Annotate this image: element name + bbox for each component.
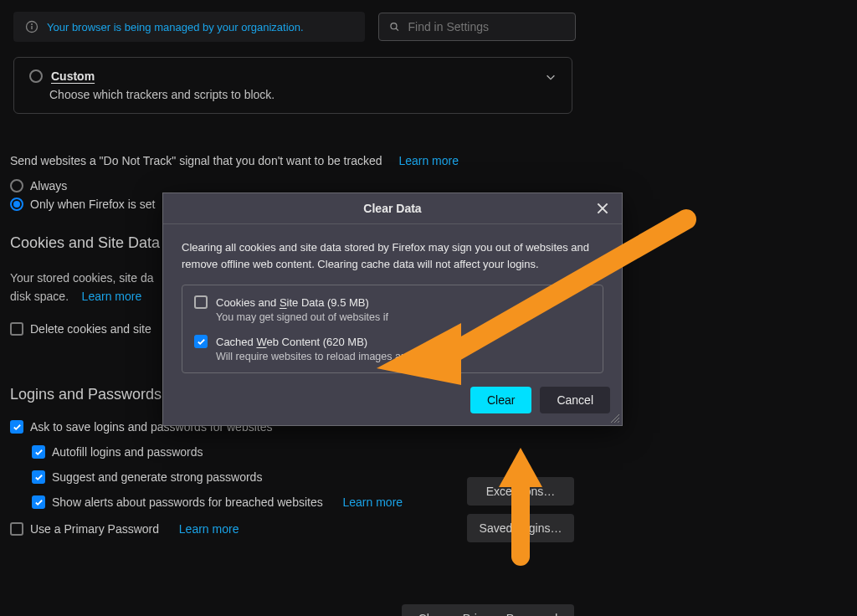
custom-desc: Choose which trackers and scripts to blo… xyxy=(49,88,557,101)
search-input-wrapper[interactable] xyxy=(378,13,576,41)
option-cache: Cached Web Content (620 MB) Will require… xyxy=(194,335,591,362)
cookies-desc-a: Your stored cookies, site da xyxy=(10,271,153,285)
opt2-sub: Will require websites to reload images a… xyxy=(216,351,591,362)
close-icon[interactable] xyxy=(595,201,610,216)
cb-autofill[interactable] xyxy=(32,445,45,459)
exceptions-button[interactable]: Exceptions… xyxy=(467,477,574,506)
opt2-label: Cached Web Content (620 MB) xyxy=(216,336,367,348)
svg-point-3 xyxy=(391,23,397,29)
cb-ask-save-logins[interactable] xyxy=(10,420,23,434)
resize-grip-icon[interactable] xyxy=(608,412,620,424)
custom-label: Custom xyxy=(51,69,95,83)
dialog-paragraph: Clearing all cookies and site data store… xyxy=(182,239,603,273)
radio-custom[interactable] xyxy=(29,69,43,83)
change-primary-password-button[interactable]: Change Primary Password xyxy=(402,604,574,616)
cb-clear-cookies[interactable] xyxy=(194,295,208,309)
autofill-label: Autofill logins and passwords xyxy=(52,445,203,459)
delete-cookies-label: Delete cookies and site xyxy=(30,322,151,336)
opt1-sub: You may get signed out of websites if xyxy=(216,311,591,323)
cancel-button[interactable]: Cancel xyxy=(540,387,610,413)
clear-label: Clear xyxy=(487,393,515,407)
svg-line-9 xyxy=(618,421,619,423)
cancel-label: Cancel xyxy=(557,393,593,407)
cb-suggest[interactable] xyxy=(32,470,45,484)
cookies-desc-b: disk space. xyxy=(10,290,69,303)
svg-rect-2 xyxy=(31,26,32,29)
option-cookies: Cookies and Site Data (9.5 MB) You may g… xyxy=(194,295,591,323)
primary-label: Use a Primary Password xyxy=(30,522,159,536)
saved-logins-button[interactable]: Saved Logins… xyxy=(467,514,574,542)
chevron-down-icon[interactable] xyxy=(545,71,557,83)
search-input[interactable] xyxy=(408,20,566,33)
dnt-always-label: Always xyxy=(30,179,67,192)
dnt-text: Send websites a "Do Not Track" signal th… xyxy=(10,154,382,167)
radio-dnt-always[interactable] xyxy=(10,179,23,192)
cb-delete-cookies[interactable] xyxy=(10,322,23,336)
saved-logins-label: Saved Logins… xyxy=(480,521,562,535)
dialog-title: Clear Data xyxy=(163,193,622,224)
dialog-title-text: Clear Data xyxy=(363,202,421,215)
dnt-only-label: Only when Firefox is set xyxy=(30,198,155,211)
alerts-learn-more[interactable]: Learn more xyxy=(343,495,403,509)
clear-data-dialog: Clear Data Clearing all cookies and site… xyxy=(162,192,623,426)
exceptions-label: Exceptions… xyxy=(486,485,555,498)
opt1-label: Cookies and Site Data (9.5 MB) xyxy=(216,296,369,309)
organization-notice: Your browser is being managed by your or… xyxy=(13,12,365,42)
dialog-options: Cookies and Site Data (9.5 MB) You may g… xyxy=(182,285,603,373)
clear-button[interactable]: Clear xyxy=(470,387,531,413)
organization-notice-text[interactable]: Your browser is being managed by your or… xyxy=(47,21,304,33)
cb-alerts[interactable] xyxy=(32,495,45,509)
info-icon xyxy=(25,20,38,33)
change-pw-label: Change Primary Password xyxy=(418,612,558,616)
suggest-label: Suggest and generate strong passwords xyxy=(52,470,262,484)
radio-dnt-only[interactable] xyxy=(10,198,23,211)
svg-line-4 xyxy=(396,28,398,31)
cookies-learn-more[interactable]: Learn more xyxy=(82,290,142,303)
search-icon xyxy=(389,21,400,33)
cb-clear-cache[interactable] xyxy=(194,335,208,348)
alerts-label: Show alerts about passwords for breached… xyxy=(52,495,323,509)
svg-point-1 xyxy=(31,23,33,25)
tracking-custom-panel[interactable]: Custom Choose which trackers and scripts… xyxy=(13,57,572,114)
cb-primary-password[interactable] xyxy=(10,522,23,536)
dnt-learn-more[interactable]: Learn more xyxy=(398,154,459,167)
primary-learn-more[interactable]: Learn more xyxy=(179,522,239,536)
